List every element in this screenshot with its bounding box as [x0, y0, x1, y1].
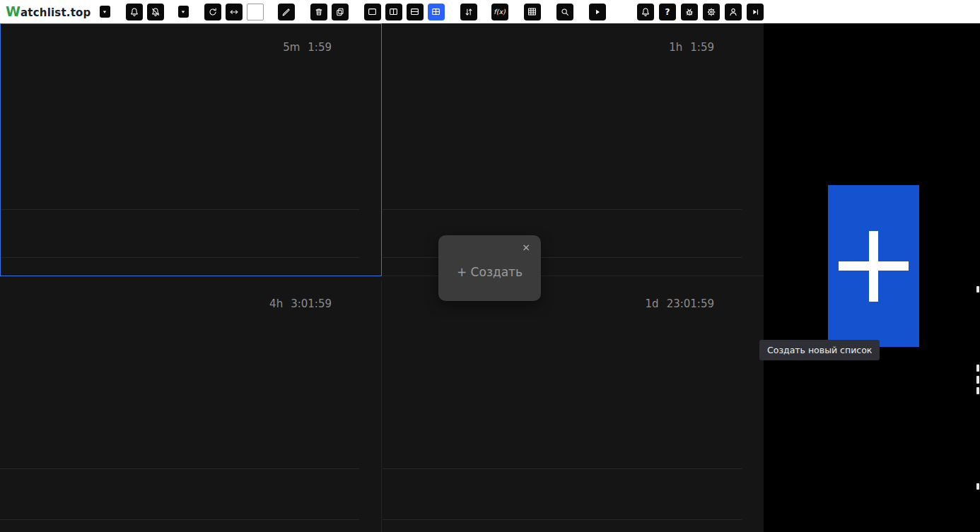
alerts-button[interactable] — [126, 4, 143, 20]
arrows-horizontal-icon — [229, 7, 239, 17]
play-button[interactable] — [589, 4, 606, 20]
pane-label: 1h1:59 — [669, 41, 714, 54]
multichart-grid: 5m1:59 1h1:59 4h3:01:59 1d23:01:59 — [0, 23, 764, 532]
search-icon — [560, 7, 570, 17]
layout-grid-4-icon — [431, 6, 441, 17]
close-icon[interactable]: × — [522, 242, 530, 252]
clipped-edge-text — [976, 376, 979, 384]
play-next-icon — [750, 7, 760, 17]
plus-icon — [839, 261, 909, 271]
pane-divider — [383, 257, 742, 258]
layout-two-columns-icon — [388, 6, 399, 17]
sort-button[interactable] — [460, 4, 477, 20]
drawing-tool-button[interactable] — [278, 4, 295, 20]
report-bug-button[interactable] — [681, 4, 698, 20]
create-list-button[interactable] — [828, 185, 919, 347]
bell-slash-icon — [151, 7, 161, 17]
notifications-button[interactable] — [637, 4, 654, 20]
pane-label: 5m1:59 — [283, 41, 332, 54]
screener-table-button[interactable] — [524, 4, 541, 20]
pane-label: 4h3:01:59 — [269, 297, 332, 310]
chart-pane-1d[interactable]: 1d23:01:59 — [383, 280, 764, 532]
indicators-button[interactable]: f(x) — [491, 4, 508, 20]
toolbar-right-cluster: ? — [633, 4, 764, 20]
main-area: 5m1:59 1h1:59 4h3:01:59 1d23:01:59 — [0, 23, 980, 532]
bug-icon — [684, 7, 694, 17]
layout-two-rows-button[interactable] — [407, 4, 424, 20]
alerts-off-button[interactable] — [147, 4, 164, 20]
pane-timeframe: 4h — [269, 297, 283, 310]
clipped-edge-text — [976, 387, 979, 394]
chart-pane-4h[interactable]: 4h3:01:59 — [0, 280, 382, 532]
pane-divider — [1, 209, 359, 210]
pane-divider — [383, 519, 742, 520]
pane-countdown: 3:01:59 — [291, 297, 332, 310]
refresh-icon — [208, 7, 218, 17]
chart-pane-5m[interactable]: 5m1:59 — [0, 23, 382, 276]
sort-arrows-icon — [464, 7, 474, 17]
clipped-edge-text — [976, 286, 979, 292]
layout-two-columns-button[interactable] — [385, 4, 402, 20]
pane-countdown: 1:59 — [308, 41, 332, 54]
table-grid-icon — [527, 6, 537, 17]
background-color-swatch[interactable] — [247, 4, 264, 20]
width-arrows-button[interactable] — [226, 4, 243, 20]
bell-icon — [129, 7, 139, 17]
top-toolbar: Watchlist.top f(x) — [0, 0, 980, 23]
caret-down-icon — [101, 8, 108, 16]
layout-single-button[interactable] — [364, 4, 381, 20]
watchlist-sidebar — [764, 23, 980, 532]
help-button[interactable]: ? — [659, 4, 676, 20]
logo-text: atchlist.top — [21, 6, 91, 19]
app-logo[interactable]: Watchlist.top — [6, 5, 91, 19]
search-button[interactable] — [556, 4, 573, 20]
create-popup: × + Создать — [438, 235, 541, 301]
layout-grid-4-button[interactable] — [428, 4, 445, 20]
copy-icon — [335, 7, 345, 17]
help-icon: ? — [665, 8, 670, 16]
delete-button[interactable] — [310, 4, 327, 20]
copy-button[interactable] — [332, 4, 349, 20]
pane-timeframe: 1d — [646, 297, 659, 310]
trash-icon — [314, 7, 324, 17]
clipped-edge-text — [976, 365, 979, 372]
pane-divider — [383, 468, 742, 469]
pane-divider — [0, 468, 359, 469]
pane-countdown: 1:59 — [690, 41, 714, 54]
logo-letter: W — [6, 5, 21, 18]
profile-button[interactable] — [725, 4, 742, 20]
play-icon — [593, 7, 602, 17]
pane-divider — [1, 257, 359, 258]
bell-icon — [641, 7, 651, 17]
pane-timeframe: 1h — [669, 41, 682, 54]
caret-down-icon — [180, 8, 187, 16]
list-dropdown-button[interactable] — [100, 6, 110, 18]
pane-countdown: 23:01:59 — [667, 297, 714, 310]
collapse-panel-button[interactable] — [747, 4, 764, 20]
person-icon — [728, 7, 738, 17]
refresh-button[interactable] — [204, 4, 221, 20]
pane-timeframe: 5m — [283, 41, 300, 54]
pane-label: 1d23:01:59 — [646, 297, 714, 310]
layout-two-rows-icon — [409, 6, 420, 17]
tooltip: Создать новый список — [759, 340, 880, 360]
clipped-edge-text — [976, 483, 979, 490]
create-button[interactable]: + Создать — [438, 265, 541, 279]
ruler-pencil-icon — [281, 7, 291, 17]
pane-divider — [383, 209, 742, 210]
layout-single-icon — [367, 6, 378, 17]
pane-divider — [0, 519, 359, 520]
settings-button[interactable] — [703, 4, 720, 20]
function-fx-icon: f(x) — [494, 8, 505, 16]
alerts-dropdown-button[interactable] — [178, 6, 189, 18]
gear-icon — [706, 7, 716, 17]
